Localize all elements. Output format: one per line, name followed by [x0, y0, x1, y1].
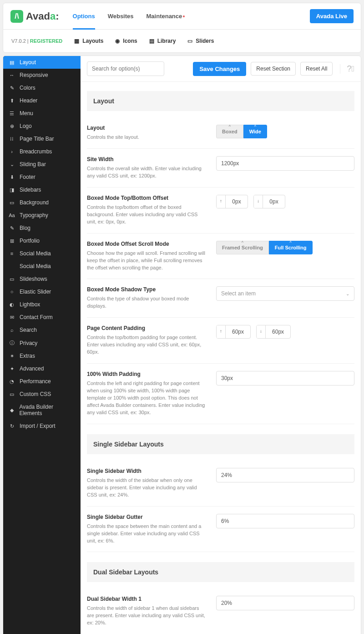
sidebar-item-responsive[interactable]: ↔Responsive: [3, 69, 81, 81]
setting-description: Controls the overall site width. Enter v…: [87, 165, 205, 180]
num-input-content_pad-v2[interactable]: ↓60px: [256, 325, 291, 339]
sidebar-icon: ✉: [9, 314, 15, 320]
num-value[interactable]: 60px: [226, 325, 250, 338]
num-input-boxed_offset-v2[interactable]: ↓0px: [253, 195, 285, 208]
sidebar-item-breadcrumbs[interactable]: ›Breadcrumbs: [3, 145, 81, 158]
sidebar-item-layout[interactable]: ▤Layout: [3, 56, 81, 69]
chevron-down-icon: ⌄: [346, 291, 349, 296]
sidebar-icon: ⓘ: [9, 340, 15, 346]
sidebar-item-contact-form[interactable]: ✉Contact Form: [3, 311, 81, 324]
section-title: Layout: [87, 91, 354, 111]
sidebar-item-extras[interactable]: ✶Extras: [3, 350, 81, 362]
arrow-icon[interactable]: ↓: [254, 195, 263, 208]
sub-tab-layouts[interactable]: ▦Layouts: [74, 38, 103, 44]
sidebar-icon: ⁞⁞: [9, 136, 15, 142]
settings-sidebar: ▤Layout↔Responsive✎Colors⬆Header☰Menu⊕Lo…: [3, 56, 81, 634]
toggle-wide[interactable]: ^Wide: [243, 125, 267, 138]
sidebar-item-label: Performance: [20, 378, 51, 385]
setting-row-site_width: Site WidthControls the overall site widt…: [87, 149, 354, 188]
sidebar-item-slideshows[interactable]: ▭Slideshows: [3, 273, 81, 285]
sidebar-item-page-title-bar[interactable]: ⁞⁞Page Title Bar: [3, 132, 81, 145]
settings-content: LayoutLayoutControls the site layout.^Bo…: [81, 82, 361, 634]
avada-live-button[interactable]: Avada Live: [310, 9, 354, 23]
sidebar-item-sidebars[interactable]: ◨Sidebars: [3, 183, 81, 196]
sidebar-item-label: Header: [20, 97, 37, 104]
main-tab-maintenance[interactable]: Maintenance: [147, 3, 185, 29]
search-input[interactable]: [87, 61, 164, 76]
sidebar-item-avada-builder-elements[interactable]: ◆Avada Builder Elements: [3, 401, 81, 420]
setting-row-full_pad: 100% Width PaddingControls the left and …: [87, 364, 354, 424]
num-value[interactable]: 0px: [226, 195, 248, 208]
sidebar-item-elastic-slider[interactable]: ○Elastic Slider: [3, 285, 81, 298]
layouts-icon: ▦: [74, 38, 79, 44]
sidebar-item-lightbox[interactable]: ◐Lightbox: [3, 298, 81, 311]
sidebar-item-colors[interactable]: ✎Colors: [3, 81, 81, 94]
sidebar-item-social-media[interactable]: Social Media: [3, 260, 81, 273]
sidebar-item-social-media[interactable]: ≡Social Media: [3, 247, 81, 260]
sub-tab-library[interactable]: ▤Library: [149, 38, 176, 44]
input-ssw[interactable]: [216, 468, 354, 482]
num-value[interactable]: 0px: [263, 195, 285, 208]
reset-section-button-top[interactable]: Reset Section: [251, 62, 296, 76]
save-button-top[interactable]: Save Changes: [193, 62, 246, 76]
icons-icon: ◉: [115, 38, 120, 44]
input-site_width[interactable]: [216, 156, 354, 171]
sidebar-item-label: Page Title Bar: [20, 136, 54, 142]
sidebar-item-label: Advanced: [20, 365, 44, 372]
sidebar-item-search[interactable]: ⌕Search: [3, 324, 81, 336]
select-shadow[interactable]: Select an item⌄: [216, 286, 354, 301]
toggle-boxed[interactable]: ^Boxed: [216, 125, 243, 138]
sidebar-item-portfolio[interactable]: ⊞Portfolio: [3, 234, 81, 247]
input-ssg[interactable]: [216, 514, 354, 528]
sidebar-item-header[interactable]: ⬆Header: [3, 94, 81, 107]
arrow-icon[interactable]: ↑: [217, 325, 226, 338]
sidebar-item-privacy[interactable]: ⓘPrivacy: [3, 336, 81, 350]
sidebar-item-label: Typography: [20, 212, 48, 218]
main-tab-websites[interactable]: Websites: [108, 3, 134, 29]
arrow-icon[interactable]: ↓: [257, 325, 266, 338]
reset-all-button-top[interactable]: Reset All: [300, 62, 333, 76]
sidebar-icon: ⊕: [9, 123, 15, 129]
main-tab-options[interactable]: Options: [73, 3, 95, 29]
num-value[interactable]: 60px: [266, 325, 290, 338]
sidebar-item-label: Privacy: [20, 340, 37, 346]
sub-tab-sliders[interactable]: ▭Sliders: [187, 38, 214, 44]
num-input-content_pad-v1[interactable]: ↑60px: [216, 325, 251, 339]
sidebar-icon: ▤: [9, 60, 15, 66]
sidebar-item-label: Extras: [20, 353, 35, 359]
sidebar-item-label: Lightbox: [20, 301, 40, 308]
num-input-boxed_offset-v1[interactable]: ↑0px: [216, 195, 248, 208]
sidebar-item-label: Import / Export: [20, 423, 56, 429]
sidebar-item-label: Breadcrumbs: [20, 148, 52, 155]
sidebar-item-label: Portfolio: [20, 238, 40, 244]
sidebar-item-typography[interactable]: AaTypography: [3, 209, 81, 222]
setting-description: Controls the top/bottom padding for page…: [87, 334, 205, 356]
setting-title: Boxed Mode Top/Bottom Offset: [87, 195, 205, 201]
input-full_pad[interactable]: [216, 371, 354, 385]
sidebar-item-label: Search: [20, 327, 37, 333]
sidebar-icon: ⬇: [9, 174, 15, 180]
toggle-full-scrolling[interactable]: ^Full Scrolling: [269, 241, 313, 254]
sidebar-item-label: Layout: [20, 59, 36, 66]
sidebar-item-advanced[interactable]: ✦Advanced: [3, 362, 81, 375]
toggle-framed-scrolling[interactable]: ^Framed Scrolling: [216, 241, 269, 254]
sidebar-item-logo[interactable]: ⊕Logo: [3, 120, 81, 132]
sliders-icon: ▭: [187, 38, 192, 44]
help-icon[interactable]: ?⃝: [340, 64, 354, 74]
sidebar-item-blog[interactable]: ✎Blog: [3, 222, 81, 234]
sidebar-item-background[interactable]: ▭Background: [3, 196, 81, 209]
main-tabs: OptionsWebsitesMaintenance: [73, 3, 185, 29]
sidebar-item-performance[interactable]: ◔Performance: [3, 375, 81, 388]
section-title: Single Sidebar Layouts: [87, 434, 354, 454]
sidebar-item-sliding-bar[interactable]: ⌄Sliding Bar: [3, 158, 81, 171]
setting-row-content_pad: Page Content PaddingControls the top/bot…: [87, 318, 354, 364]
sidebar-item-import-export[interactable]: ↻Import / Export: [3, 420, 81, 432]
setting-row-scroll_mode: Boxed Mode Offset Scroll ModeChoose how …: [87, 233, 354, 279]
sidebar-icon: ▭: [9, 391, 15, 397]
arrow-icon[interactable]: ↑: [217, 195, 226, 208]
input-dsw1[interactable]: [216, 596, 354, 610]
sidebar-item-footer[interactable]: ⬇Footer: [3, 171, 81, 183]
sidebar-item-menu[interactable]: ☰Menu: [3, 107, 81, 120]
sub-tab-icons[interactable]: ◉Icons: [115, 38, 137, 44]
sidebar-item-custom-css[interactable]: ▭Custom CSS: [3, 388, 81, 401]
